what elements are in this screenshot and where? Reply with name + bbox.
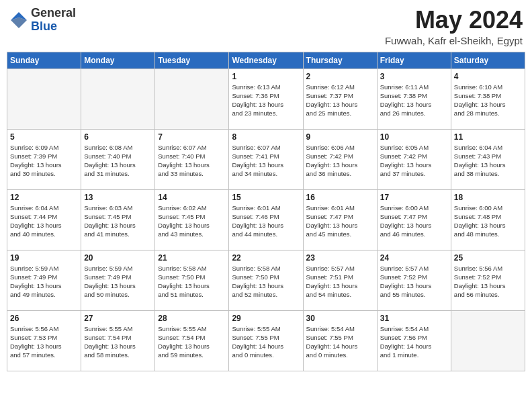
day-number: 24 (380, 253, 448, 263)
day-info: Sunrise: 6:04 AM Sunset: 7:43 PM Dayligh… (454, 143, 522, 179)
logo-text: General Blue (31, 7, 76, 34)
day-info: Sunrise: 5:56 AM Sunset: 7:52 PM Dayligh… (454, 264, 522, 300)
day-info: Sunrise: 6:07 AM Sunset: 7:41 PM Dayligh… (232, 143, 300, 179)
day-number: 13 (84, 193, 152, 202)
week-row-1: 1Sunrise: 6:13 AM Sunset: 7:36 PM Daylig… (7, 68, 525, 129)
day-info: Sunrise: 6:02 AM Sunset: 7:45 PM Dayligh… (158, 203, 226, 239)
logo-general: General (31, 7, 76, 20)
week-row-2: 5Sunrise: 6:09 AM Sunset: 7:39 PM Daylig… (7, 129, 525, 189)
calendar-cell: 12Sunrise: 6:04 AM Sunset: 7:44 PM Dayli… (7, 189, 81, 250)
day-number: 10 (380, 132, 448, 142)
calendar-cell: 10Sunrise: 6:05 AM Sunset: 7:42 PM Dayli… (377, 129, 451, 189)
calendar-cell: 22Sunrise: 5:58 AM Sunset: 7:50 PM Dayli… (229, 250, 303, 310)
day-number: 31 (380, 314, 448, 323)
logo-blue: Blue (31, 20, 76, 34)
calendar-cell: 3Sunrise: 6:11 AM Sunset: 7:38 PM Daylig… (377, 68, 451, 129)
calendar-cell (7, 68, 81, 129)
day-info: Sunrise: 5:54 AM Sunset: 7:56 PM Dayligh… (380, 324, 448, 360)
day-info: Sunrise: 5:58 AM Sunset: 7:50 PM Dayligh… (232, 264, 300, 300)
calendar-cell: 20Sunrise: 5:59 AM Sunset: 7:49 PM Dayli… (81, 250, 155, 310)
day-number: 11 (454, 132, 522, 142)
calendar-cell: 8Sunrise: 6:07 AM Sunset: 7:41 PM Daylig… (229, 129, 303, 189)
day-number: 21 (158, 253, 226, 263)
day-info: Sunrise: 6:03 AM Sunset: 7:45 PM Dayligh… (84, 203, 152, 239)
day-info: Sunrise: 5:55 AM Sunset: 7:54 PM Dayligh… (84, 324, 152, 360)
day-number: 16 (306, 193, 374, 202)
day-number: 30 (306, 314, 374, 323)
week-row-3: 12Sunrise: 6:04 AM Sunset: 7:44 PM Dayli… (7, 189, 525, 250)
weekday-header-wednesday: Wednesday (229, 52, 303, 68)
calendar-cell: 28Sunrise: 5:55 AM Sunset: 7:54 PM Dayli… (155, 310, 229, 371)
calendar-cell: 19Sunrise: 5:59 AM Sunset: 7:49 PM Dayli… (7, 250, 81, 310)
day-number: 3 (380, 72, 448, 81)
day-number: 27 (84, 314, 152, 323)
calendar-cell: 2Sunrise: 6:12 AM Sunset: 7:37 PM Daylig… (303, 68, 377, 129)
day-number: 14 (158, 193, 226, 202)
day-number: 19 (10, 253, 78, 263)
day-number: 22 (232, 253, 300, 263)
day-info: Sunrise: 6:08 AM Sunset: 7:40 PM Dayligh… (84, 143, 152, 179)
calendar-cell: 15Sunrise: 6:01 AM Sunset: 7:46 PM Dayli… (229, 189, 303, 250)
calendar-cell: 13Sunrise: 6:03 AM Sunset: 7:45 PM Dayli… (81, 189, 155, 250)
day-info: Sunrise: 5:59 AM Sunset: 7:49 PM Dayligh… (10, 264, 78, 300)
calendar-cell: 26Sunrise: 5:56 AM Sunset: 7:53 PM Dayli… (7, 310, 81, 371)
calendar-cell: 11Sunrise: 6:04 AM Sunset: 7:43 PM Dayli… (451, 129, 525, 189)
day-number: 2 (306, 72, 374, 81)
week-row-4: 19Sunrise: 5:59 AM Sunset: 7:49 PM Dayli… (7, 250, 525, 310)
month-title: May 2024 (385, 7, 523, 34)
day-number: 15 (232, 193, 300, 202)
calendar-cell: 23Sunrise: 5:57 AM Sunset: 7:51 PM Dayli… (303, 250, 377, 310)
calendar-cell: 29Sunrise: 5:55 AM Sunset: 7:55 PM Dayli… (229, 310, 303, 371)
week-row-5: 26Sunrise: 5:56 AM Sunset: 7:53 PM Dayli… (7, 310, 525, 371)
day-info: Sunrise: 5:56 AM Sunset: 7:53 PM Dayligh… (10, 324, 78, 360)
day-info: Sunrise: 6:01 AM Sunset: 7:47 PM Dayligh… (306, 203, 374, 239)
day-number: 12 (10, 193, 78, 202)
day-info: Sunrise: 6:04 AM Sunset: 7:44 PM Dayligh… (10, 203, 78, 239)
day-info: Sunrise: 6:12 AM Sunset: 7:37 PM Dayligh… (306, 83, 374, 118)
calendar-cell: 27Sunrise: 5:55 AM Sunset: 7:54 PM Dayli… (81, 310, 155, 371)
day-info: Sunrise: 6:09 AM Sunset: 7:39 PM Dayligh… (10, 143, 78, 179)
day-info: Sunrise: 6:10 AM Sunset: 7:38 PM Dayligh… (454, 83, 522, 118)
title-block: May 2024 Fuwwah, Kafr el-Sheikh, Egypt (385, 7, 523, 46)
calendar-cell: 17Sunrise: 6:00 AM Sunset: 7:47 PM Dayli… (377, 189, 451, 250)
day-number: 23 (306, 253, 374, 263)
day-info: Sunrise: 5:57 AM Sunset: 7:51 PM Dayligh… (306, 264, 374, 300)
day-info: Sunrise: 6:07 AM Sunset: 7:40 PM Dayligh… (158, 143, 226, 179)
calendar-cell: 30Sunrise: 5:54 AM Sunset: 7:55 PM Dayli… (303, 310, 377, 371)
calendar-table: SundayMondayTuesdayWednesdayThursdayFrid… (7, 52, 525, 371)
day-info: Sunrise: 5:55 AM Sunset: 7:54 PM Dayligh… (158, 324, 226, 360)
calendar-cell: 14Sunrise: 6:02 AM Sunset: 7:45 PM Dayli… (155, 189, 229, 250)
day-info: Sunrise: 5:54 AM Sunset: 7:55 PM Dayligh… (306, 324, 374, 360)
day-info: Sunrise: 5:57 AM Sunset: 7:52 PM Dayligh… (380, 264, 448, 300)
weekday-header-monday: Monday (81, 52, 155, 68)
weekday-header-sunday: Sunday (7, 52, 81, 68)
day-number: 17 (380, 193, 448, 202)
calendar-cell: 21Sunrise: 5:58 AM Sunset: 7:50 PM Dayli… (155, 250, 229, 310)
calendar-cell (451, 310, 525, 371)
logo: General Blue (9, 7, 76, 34)
day-number: 1 (232, 72, 300, 81)
calendar-cell: 18Sunrise: 6:00 AM Sunset: 7:48 PM Dayli… (451, 189, 525, 250)
day-info: Sunrise: 6:00 AM Sunset: 7:47 PM Dayligh… (380, 203, 448, 239)
calendar-cell: 31Sunrise: 5:54 AM Sunset: 7:56 PM Dayli… (377, 310, 451, 371)
day-number: 26 (10, 314, 78, 323)
calendar-cell: 9Sunrise: 6:06 AM Sunset: 7:42 PM Daylig… (303, 129, 377, 189)
calendar-cell (81, 68, 155, 129)
calendar-cell: 24Sunrise: 5:57 AM Sunset: 7:52 PM Dayli… (377, 250, 451, 310)
day-number: 5 (10, 132, 78, 142)
day-info: Sunrise: 5:58 AM Sunset: 7:50 PM Dayligh… (158, 264, 226, 300)
calendar-cell: 16Sunrise: 6:01 AM Sunset: 7:47 PM Dayli… (303, 189, 377, 250)
day-info: Sunrise: 6:11 AM Sunset: 7:38 PM Dayligh… (380, 83, 448, 118)
day-number: 8 (232, 132, 300, 142)
calendar-cell: 1Sunrise: 6:13 AM Sunset: 7:36 PM Daylig… (229, 68, 303, 129)
day-info: Sunrise: 5:59 AM Sunset: 7:49 PM Dayligh… (84, 264, 152, 300)
day-info: Sunrise: 5:55 AM Sunset: 7:55 PM Dayligh… (232, 324, 300, 360)
day-info: Sunrise: 6:13 AM Sunset: 7:36 PM Dayligh… (232, 83, 300, 118)
day-number: 18 (454, 193, 522, 202)
day-info: Sunrise: 6:06 AM Sunset: 7:42 PM Dayligh… (306, 143, 374, 179)
page-header: General Blue May 2024 Fuwwah, Kafr el-Sh… (7, 7, 525, 46)
day-number: 29 (232, 314, 300, 323)
day-number: 4 (454, 72, 522, 81)
weekday-header-friday: Friday (377, 52, 451, 68)
weekday-header-saturday: Saturday (451, 52, 525, 68)
